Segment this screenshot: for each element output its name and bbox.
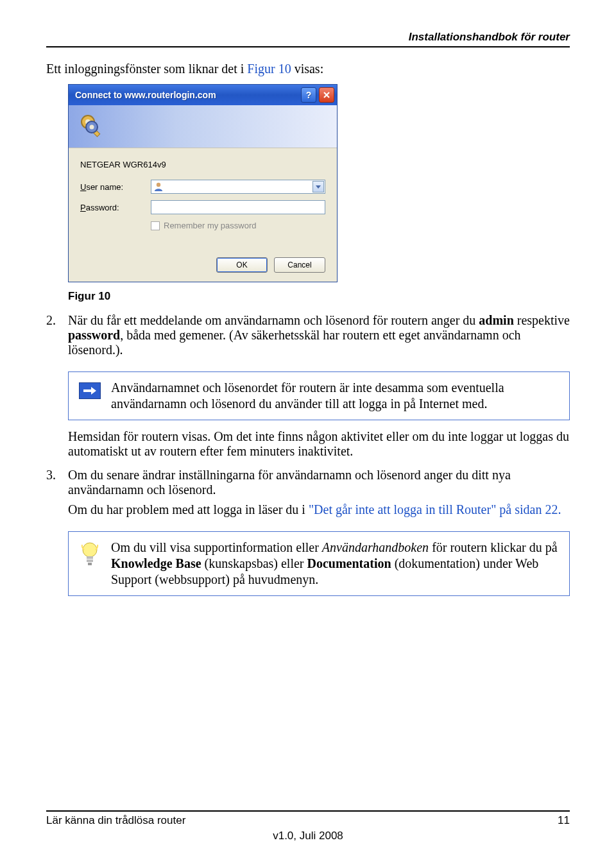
intro-line: Ett inloggningsfönster som liknar det i … <box>46 62 570 76</box>
username-dropdown-button[interactable] <box>312 181 324 192</box>
item2-text-a: När du får ett meddelande om användarnam… <box>68 313 479 327</box>
remember-checkbox[interactable] <box>151 221 160 230</box>
login-problem-link[interactable]: "Det går inte att logga in till Router" … <box>309 502 561 516</box>
note2-b: för routern klickar du på <box>429 540 557 554</box>
svg-rect-8 <box>87 559 93 562</box>
password-row: Password: <box>80 200 325 214</box>
note1-text: Användarnamnet och lösenordet för router… <box>111 380 559 412</box>
dialog-button-row: OK Cancel <box>80 257 325 273</box>
item2-text-c: , båda med gemener. (Av säkerhetsskäl ha… <box>68 328 521 357</box>
footer-version: v1.0, Juli 2008 <box>46 830 570 842</box>
item2-password: password <box>68 328 120 342</box>
remember-label: Remember my password <box>164 221 257 230</box>
footer-rule <box>46 810 570 812</box>
svg-rect-7 <box>87 556 93 559</box>
titlebar: Connect to www.routerlogin.com ? <box>69 85 337 105</box>
footer-left: Lär känna din trådlösa router <box>46 814 185 827</box>
ok-button[interactable]: OK <box>216 257 268 273</box>
dialog-banner <box>69 105 337 148</box>
device-label: NETGEAR WGR614v9 <box>80 160 325 169</box>
chevron-down-icon <box>316 185 321 189</box>
lightbulb-icon <box>79 541 101 567</box>
help-icon: ? <box>306 90 312 100</box>
svg-point-6 <box>83 543 97 557</box>
note2-a: Om du vill visa supportinformation eller <box>111 540 322 554</box>
svg-rect-9 <box>88 563 92 565</box>
note-box-arrow: Användarnamnet och lösenordet för router… <box>68 371 570 420</box>
intro-before: Ett inloggningsfönster som liknar det i <box>46 62 247 76</box>
note2-text: Om du vill visa supportinformation eller… <box>111 540 559 588</box>
note2-c: (kunskapsbas) eller <box>201 556 307 570</box>
cancel-button[interactable]: Cancel <box>274 257 325 273</box>
svg-point-4 <box>90 125 94 130</box>
svg-point-5 <box>157 183 160 187</box>
page-header: Installationshandbok för router <box>46 31 570 44</box>
item2-admin: admin <box>479 313 513 327</box>
list-item-3: 3. Om du senare ändrar inställningarna f… <box>46 468 570 522</box>
user-icon <box>153 182 164 192</box>
after-note-paragraph: Hemsidan för routern visas. Om det inte … <box>68 429 570 459</box>
password-label: Password: <box>80 203 151 212</box>
login-dialog: Connect to www.routerlogin.com ? NETGEAR… <box>68 84 338 282</box>
footer-page-number: 11 <box>558 814 570 827</box>
note2-kb: Knowledge Base <box>111 556 201 570</box>
item3-p2a: Om du har problem med att logga in läser… <box>68 502 309 516</box>
dialog-body: NETGEAR WGR614v9 User name: Password: <box>69 148 337 282</box>
intro-after: visas: <box>291 62 324 76</box>
page-footer: Lär känna din trådlösa router 11 v1.0, J… <box>46 810 570 827</box>
username-row: User name: <box>80 180 325 194</box>
list-marker-2: 2. <box>46 313 68 363</box>
list-marker-3: 3. <box>46 468 68 522</box>
username-label: User name: <box>80 182 151 192</box>
remember-row: Remember my password <box>151 221 325 230</box>
header-rule <box>46 46 570 47</box>
help-button[interactable]: ? <box>301 87 316 103</box>
item3-p1: Om du senare ändrar inställningarna för … <box>68 468 570 497</box>
username-input[interactable] <box>151 180 325 194</box>
figure-caption: Figur 10 <box>68 290 570 303</box>
note-box-tip: Om du vill visa supportinformation eller… <box>68 531 570 596</box>
note2-em: Användarhandboken <box>322 540 429 554</box>
item2-text-b: respektive <box>514 313 570 327</box>
titlebar-text: Connect to www.routerlogin.com <box>75 90 298 100</box>
arrow-badge <box>79 382 101 399</box>
close-icon <box>323 91 330 99</box>
keys-icon <box>78 112 107 141</box>
list-item-2: 2. När du får ett meddelande om användar… <box>46 313 570 363</box>
note2-doc: Documentation <box>307 556 391 570</box>
arrow-right-icon <box>83 386 96 395</box>
password-input[interactable] <box>151 200 325 214</box>
intro-figure-ref[interactable]: Figur 10 <box>247 62 291 76</box>
close-button[interactable] <box>319 87 334 103</box>
